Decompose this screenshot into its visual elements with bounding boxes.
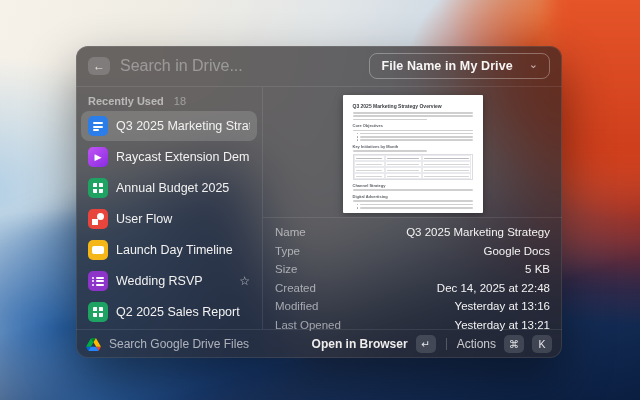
list-item-label: Wedding RSVP (116, 274, 231, 288)
metadata-row-modified: Modified Yesterday at 13:16 (263, 297, 562, 316)
preview-section-heading: Channel Strategy (353, 183, 473, 188)
list-item-user-flow[interactable]: User Flow (81, 204, 257, 234)
back-button[interactable]: ← (88, 57, 110, 75)
play-icon: ▶ (95, 152, 102, 162)
list-item-label: Launch Day Timeline (116, 243, 250, 257)
metadata-row-name: Name Q3 2025 Marketing Strategy (263, 223, 562, 242)
section-header: Recently Used 18 (81, 90, 257, 111)
actions-button[interactable]: Actions (457, 337, 496, 351)
google-slides-icon (88, 240, 108, 260)
favorite-star-icon: ☆ (239, 274, 250, 288)
list-item-q3-marketing-strategy[interactable]: Q3 2025 Marketing Strategy (81, 111, 257, 141)
section-count: 18 (174, 95, 186, 107)
google-drawings-icon (88, 209, 108, 229)
back-arrow-icon: ← (93, 60, 105, 72)
list-item-q2-sales-report[interactable]: Q2 2025 Sales Report (81, 297, 257, 327)
metadata-row-type: Type Google Docs (263, 242, 562, 261)
google-sheets-icon (88, 302, 108, 322)
list-item-raycast-extension-demo[interactable]: ▶ Raycast Extension Demo (81, 142, 257, 172)
footer-separator (446, 338, 447, 350)
search-header: ← File Name in My Drive ⌄ (76, 46, 562, 86)
document-thumbnail: Q3 2025 Marketing Strategy Overview Core… (343, 95, 483, 213)
command-key-icon: ⌘ (504, 335, 524, 353)
k-key-icon: K (532, 335, 552, 353)
list-item-launch-day-timeline[interactable]: Launch Day Timeline (81, 235, 257, 265)
document-preview: Q3 2025 Marketing Strategy Overview Core… (263, 87, 562, 217)
search-scope-dropdown[interactable]: File Name in My Drive ⌄ (369, 53, 550, 79)
section-title: Recently Used (88, 95, 164, 107)
file-list: Recently Used 18 Q3 2025 Marketing Strat… (76, 87, 262, 329)
google-sheets-icon (88, 178, 108, 198)
list-item-annual-budget[interactable]: Annual Budget 2025 (81, 173, 257, 203)
google-docs-icon (88, 116, 108, 136)
preview-section-heading: Key Initiatives by Month (353, 144, 473, 149)
google-drive-icon (86, 338, 101, 351)
raycast-launcher-window: ← File Name in My Drive ⌄ Recently Used … (76, 46, 562, 358)
list-item-label: Raycast Extension Demo (116, 150, 250, 164)
wallpaper-red-stroke (550, 0, 640, 280)
primary-action-button[interactable]: Open in Browser (312, 337, 408, 351)
preview-table (353, 154, 473, 180)
metadata-list: Name Q3 2025 Marketing Strategy Type Goo… (263, 218, 562, 336)
chevron-down-icon: ⌄ (529, 58, 538, 71)
preview-section-heading: Core Objectives (353, 123, 473, 128)
preview-doc-title: Q3 2025 Marketing Strategy Overview (353, 103, 473, 109)
preview-section-heading: Digital Advertising (353, 194, 473, 199)
content-area: Recently Used 18 Q3 2025 Marketing Strat… (76, 87, 562, 329)
list-item-label: Q2 2025 Sales Report (116, 305, 250, 319)
google-forms-icon (88, 271, 108, 291)
list-item-label: Annual Budget 2025 (116, 181, 250, 195)
dropdown-label: File Name in My Drive (381, 59, 512, 73)
metadata-row-created: Created Dec 14, 2025 at 22:48 (263, 279, 562, 298)
list-item-label: User Flow (116, 212, 250, 226)
metadata-row-size: Size 5 KB (263, 260, 562, 279)
raycast-extension-icon: ▶ (88, 147, 108, 167)
detail-pane: Q3 2025 Marketing Strategy Overview Core… (263, 87, 562, 329)
return-key-icon: ↵ (416, 335, 436, 353)
list-item-wedding-rsvp[interactable]: Wedding RSVP ☆ (81, 266, 257, 296)
list-item-label: Q3 2025 Marketing Strategy (116, 119, 250, 133)
action-bar: Search Google Drive Files Open in Browse… (76, 330, 562, 358)
search-input[interactable] (120, 57, 359, 75)
extension-source-label: Search Google Drive Files (109, 337, 304, 351)
